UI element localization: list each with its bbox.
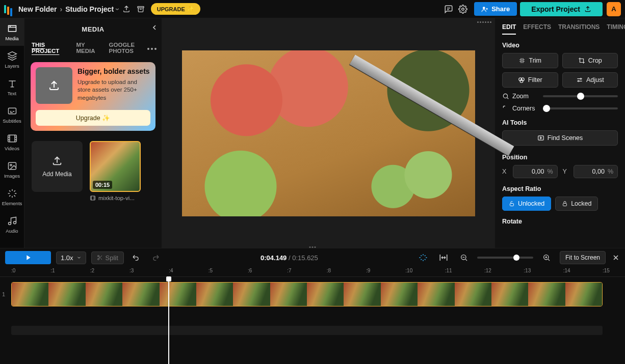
video-frame[interactable] [182,50,475,216]
breadcrumb-project[interactable]: Studio Project [65,5,114,13]
crop-button[interactable]: Crop [562,53,618,68]
svg-point-20 [97,259,99,260]
rail-media[interactable]: Media [0,18,24,46]
play-icon [24,254,32,262]
breadcrumb-folder[interactable]: New Folder [18,5,57,13]
chevron-right-icon: › [60,5,62,13]
media-clip-item[interactable]: 00:15 mixkit-top-vi... [90,141,141,201]
empty-track[interactable] [11,326,603,335]
timeline-zoom-slider[interactable] [477,257,533,259]
user-avatar[interactable]: A [607,2,621,16]
upgrade-button[interactable]: UPGRADE ✨ [151,3,200,15]
breadcrumb[interactable]: New Folder › Studio Project › [18,5,119,13]
playback-speed-select[interactable]: 1.0x [56,251,86,264]
app-logo[interactable] [4,5,12,13]
share-button[interactable]: Share [474,2,517,16]
svg-point-2 [483,7,485,9]
close-timeline-icon[interactable] [612,254,620,262]
rail-elements[interactable]: Elements [0,183,24,211]
ruler-tick: :6 [248,268,252,273]
filter-button[interactable]: Filter [502,72,558,88]
archive-icon[interactable] [134,2,148,16]
play-button[interactable] [5,251,51,264]
ruler-tick: :5 [209,268,213,273]
tab-transitions[interactable]: TRANSITIONS [558,23,600,35]
timeline-clip[interactable] [11,282,603,306]
ruler-tick: :9 [366,268,370,273]
zoom-icon [502,93,509,100]
aspect-locked-button[interactable]: Locked [555,197,598,211]
rail-text[interactable]: Text [0,73,24,101]
rail-subtitles[interactable]: Subtitles [0,101,24,128]
rail-layers[interactable]: Layers [0,46,24,73]
corners-icon [502,105,509,112]
playhead[interactable] [168,277,169,364]
pos-x-input[interactable]: 0,00 % [513,165,557,178]
video-section-label: Video [502,42,618,49]
chevron-down-icon[interactable]: › [114,8,122,10]
tab-edit[interactable]: EDIT [502,23,516,35]
fit-width-icon[interactable] [436,250,451,265]
adjust-button[interactable]: Adjust [562,72,618,88]
position-label: Position [502,154,618,161]
trim-button[interactable]: Trim [502,53,558,68]
zoom-in-icon[interactable] [539,250,554,265]
lock-icon [562,201,568,207]
more-options-icon[interactable] [147,48,157,50]
person-add-icon [481,6,488,13]
svg-rect-18 [563,204,567,206]
resize-handle-icon[interactable] [309,246,316,248]
film-icon [90,195,96,201]
rail-subtitles-label: Subtitles [3,118,21,124]
preview-canvas[interactable] [162,18,494,248]
svg-point-1 [462,8,464,10]
export-project-button[interactable]: Export Project [520,2,603,16]
svg-point-19 [97,256,99,257]
svg-rect-0 [138,6,144,8]
add-media-button[interactable]: Add Media [32,141,83,192]
ruler-tick: :8 [327,268,331,273]
corners-slider[interactable] [543,107,618,109]
upgrade-promo-card: Bigger, bolder assets Upgrade to upload … [31,62,155,131]
timeline-ruler[interactable]: :0:1:2:3:4:5:6:7:8:9:10:11:12:13:14:15 [0,267,625,277]
svg-point-15 [503,94,507,98]
rail-layers-label: Layers [5,63,19,69]
aspect-unlocked-button[interactable]: Unlocked [502,197,551,211]
promo-title: Bigger, bolder assets [77,67,150,76]
fit-to-screen-button[interactable]: Fit to Screen [560,251,606,264]
settings-gear-icon[interactable] [456,2,470,16]
rail-images[interactable]: Images [0,156,24,183]
find-scenes-button[interactable]: Find Scenes [502,130,618,146]
media-tab-this-project[interactable]: THIS PROJECT [32,42,69,54]
ai-tools-label: AI Tools [502,119,618,126]
promo-upgrade-button[interactable]: Upgrade ✨ [36,110,150,126]
tab-effects[interactable]: EFFECTS [523,23,551,35]
rail-videos[interactable]: Videos [0,128,24,156]
collapse-panel-icon[interactable] [150,23,159,32]
split-button[interactable]: Split [91,251,124,264]
drag-handle-icon[interactable] [477,21,491,23]
tab-timing[interactable]: TIMING [607,23,625,35]
rotate-label: Rotate [502,218,618,225]
svg-rect-17 [510,204,514,206]
rail-audio[interactable]: Audio [0,211,24,238]
pos-x-label: X [502,168,508,175]
upload-icon [51,155,63,166]
zoom-slider[interactable] [543,95,618,97]
svg-rect-4 [8,135,16,142]
media-tab-my-media[interactable]: MY MEDIA [76,42,101,54]
redo-button[interactable] [148,250,163,265]
comment-icon[interactable] [441,2,456,16]
ruler-tick: :12 [484,268,491,273]
ruler-tick: :0 [11,268,15,273]
ruler-tick: :3 [129,268,134,273]
zoom-out-icon[interactable] [457,250,471,265]
undo-button[interactable] [129,250,143,265]
pos-y-input[interactable]: 0,00 % [574,165,618,178]
ruler-tick: :10 [405,268,412,273]
ruler-tick: :7 [287,268,291,273]
ruler-tick: :13 [524,268,531,273]
clip-filename: mixkit-top-vi... [98,195,135,201]
rail-videos-label: Videos [5,146,19,151]
snap-toggle-icon[interactable] [416,250,430,265]
